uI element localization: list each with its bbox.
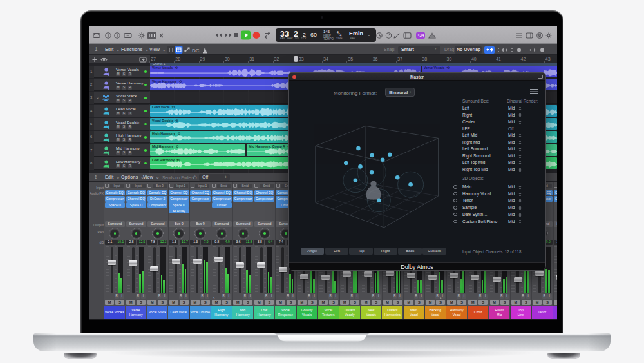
- svg-text:DC: DC: [192, 48, 200, 54]
- svg-text:+34: +34: [417, 33, 424, 37]
